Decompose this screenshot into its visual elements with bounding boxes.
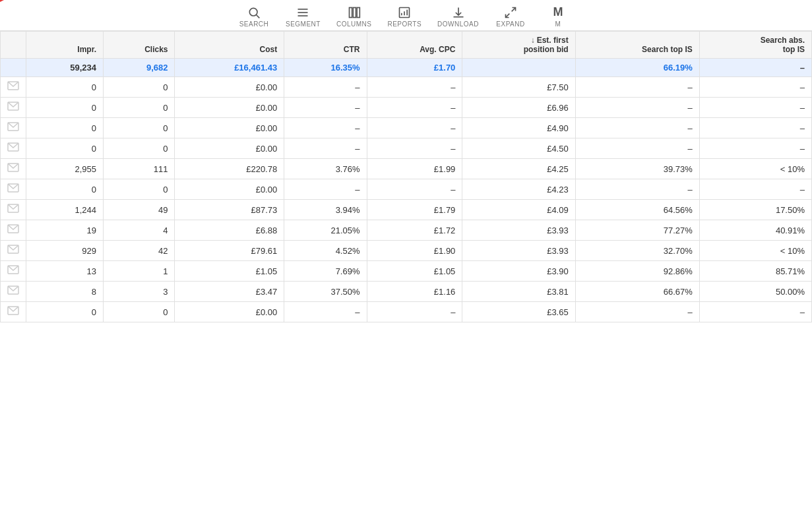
- table-row: 00£0.00––£4.23––: [1, 179, 812, 200]
- svg-line-1: [257, 15, 260, 18]
- row-ctr: 4.52%: [284, 241, 367, 261]
- row-cost: £0.00: [175, 98, 284, 118]
- row-search-top_is: –: [575, 138, 699, 159]
- row-ctr: 3.94%: [284, 200, 367, 220]
- row-est-first: £4.50: [462, 138, 575, 159]
- col-header-ctr[interactable]: CTR: [284, 32, 367, 59]
- row-impr: 0: [26, 118, 104, 138]
- row-ctr: 7.69%: [284, 261, 367, 282]
- row-impr: 0: [26, 302, 104, 322]
- expand-toolbar-item[interactable]: EXPAND: [495, 6, 526, 28]
- row-icon-cell: [1, 220, 26, 241]
- row-est-first: £3.90: [462, 261, 575, 282]
- row-search-abs_top: –: [699, 77, 811, 98]
- row-ctr: –: [284, 138, 367, 159]
- table-row: 83£3.4737.50%£1.16£3.8166.67%50.00%: [1, 282, 812, 302]
- row-clicks: 3: [103, 282, 175, 302]
- row-avg-cpc: £1.79: [367, 200, 462, 220]
- segment-toolbar-item[interactable]: SEGMENT: [286, 6, 321, 28]
- row-avg-cpc: –: [367, 179, 462, 200]
- row-avg-cpc: –: [367, 302, 462, 322]
- row-icon-cell: [1, 200, 26, 220]
- table-header-row: Impr. Clicks Cost CTR Avg. CPC ↓Est. fir…: [1, 32, 812, 59]
- row-cost: £3.47: [175, 282, 284, 302]
- row-est-first: £4.90: [462, 118, 575, 138]
- row-est-first: £4.23: [462, 179, 575, 200]
- table-row: 00£0.00––£3.65––: [1, 302, 812, 322]
- row-est-first: £3.93: [462, 241, 575, 261]
- annotation-content: By keeping an eye on how much you're spe…: [753, 146, 809, 323]
- search-toolbar-item[interactable]: SEARCH: [238, 6, 270, 28]
- row-search-abs_top: –: [699, 118, 811, 138]
- col-header-cost[interactable]: Cost: [175, 32, 284, 59]
- row-avg-cpc: £1.05: [367, 261, 462, 282]
- expand-label: EXPAND: [496, 20, 524, 28]
- col-header-avg-cpc[interactable]: Avg. CPC: [367, 32, 462, 59]
- row-clicks: 0: [103, 302, 175, 322]
- summary-search-top-is: 66.19%: [575, 59, 699, 77]
- row-icon-cell: [1, 241, 26, 261]
- row-ctr: –: [284, 302, 367, 322]
- svg-line-14: [506, 13, 510, 17]
- row-search-top_is: 39.73%: [575, 159, 699, 179]
- row-clicks: 0: [103, 179, 175, 200]
- row-ctr: –: [284, 118, 367, 138]
- row-impr: 0: [26, 179, 104, 200]
- search-label: SEARCH: [239, 20, 269, 28]
- col-header-search-abs-top[interactable]: Search abs.top IS: [699, 32, 811, 59]
- summary-avg-cpc: £1.70: [367, 59, 462, 77]
- reports-toolbar-item[interactable]: REPORTS: [387, 6, 422, 28]
- m-toolbar-item[interactable]: M M: [542, 5, 574, 28]
- svg-rect-5: [349, 7, 352, 17]
- row-clicks: 111: [103, 159, 175, 179]
- toolbar: SEARCH SEGMENT COLUMNS: [0, 0, 812, 31]
- row-ctr: 37.50%: [284, 282, 367, 302]
- row-ctr: 3.76%: [284, 159, 367, 179]
- row-impr: 0: [26, 98, 104, 118]
- summary-impr: 59,234: [26, 59, 104, 77]
- row-cost: £0.00: [175, 118, 284, 138]
- row-avg-cpc: £1.16: [367, 282, 462, 302]
- row-impr: 2,955: [26, 159, 104, 179]
- row-clicks: 0: [103, 98, 175, 118]
- col-header-clicks[interactable]: Clicks: [103, 32, 175, 59]
- col-header-est-first[interactable]: ↓Est. firstposition bid: [462, 32, 575, 59]
- summary-clicks: 9,682: [103, 59, 175, 77]
- row-search-top_is: –: [575, 302, 699, 322]
- segment-label: SEGMENT: [286, 20, 321, 28]
- row-cost: £0.00: [175, 77, 284, 98]
- row-icon-cell: [1, 302, 26, 322]
- svg-point-0: [249, 8, 257, 16]
- row-impr: 1,244: [26, 200, 104, 220]
- row-cost: £87.73: [175, 200, 284, 220]
- row-search-top_is: 92.86%: [575, 261, 699, 282]
- row-est-first: £3.81: [462, 282, 575, 302]
- reports-label: REPORTS: [387, 20, 422, 28]
- row-icon-cell: [1, 138, 26, 159]
- summary-cost: £16,461.43: [175, 59, 284, 77]
- row-cost: £6.88: [175, 220, 284, 241]
- row-search-top_is: –: [575, 179, 699, 200]
- col-header-search-top-is[interactable]: Search top IS: [575, 32, 699, 59]
- row-avg-cpc: –: [367, 98, 462, 118]
- download-toolbar-item[interactable]: DOWNLOAD: [437, 6, 479, 28]
- row-icon-cell: [1, 179, 26, 200]
- summary-ctr: 16.35%: [284, 59, 367, 77]
- row-clicks: 0: [103, 118, 175, 138]
- row-search-top_is: –: [575, 98, 699, 118]
- svg-rect-7: [357, 7, 359, 17]
- row-est-first: £4.09: [462, 200, 575, 220]
- columns-toolbar-item[interactable]: COLUMNS: [336, 6, 372, 28]
- table-row: 00£0.00––£7.50––: [1, 77, 812, 98]
- row-icon-cell: [1, 77, 26, 98]
- col-header-impr[interactable]: Impr.: [26, 32, 104, 59]
- summary-icon-cell: [1, 59, 26, 77]
- col-header-icon: [1, 32, 26, 59]
- table-row: 92942£79.614.52%£1.90£3.9332.70%< 10%: [1, 241, 812, 261]
- svg-line-13: [512, 7, 516, 11]
- table-row: 2,955111£220.783.76%£1.99£4.2539.73%< 10…: [1, 159, 812, 179]
- row-ctr: –: [284, 179, 367, 200]
- row-clicks: 0: [103, 77, 175, 98]
- row-cost: £0.00: [175, 138, 284, 159]
- row-est-first: £3.65: [462, 302, 575, 322]
